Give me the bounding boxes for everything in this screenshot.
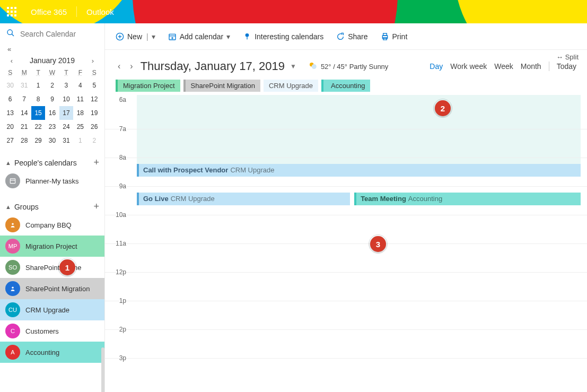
chevron-down-icon[interactable]: ▾ [226,32,230,41]
mini-day[interactable]: 1 [31,79,45,92]
mini-day[interactable]: 2 [45,79,59,92]
mini-day[interactable]: 28 [17,134,31,147]
add-group[interactable]: + [93,201,99,212]
mini-calendar: ‹ January 2019 › SMTWTFS3031123456789101… [0,53,104,147]
group-item[interactable]: CCustomers [0,320,104,342]
legend-pill[interactable]: CRM Upgrade [264,80,318,92]
mini-day[interactable]: 13 [3,106,17,120]
mini-prev-month[interactable]: ‹ [6,57,17,65]
mini-day[interactable]: 12 [87,92,101,106]
svg-point-22 [246,33,249,37]
mini-day[interactable]: 7 [17,92,31,106]
outlook-link[interactable]: Outlook [86,7,114,16]
date-title[interactable]: Thursday, January 17, 2019 [141,59,285,73]
view-workweek[interactable]: Work week [450,62,487,71]
group-item[interactable]: SOSharePoint Online [0,257,104,278]
chevron-down-icon[interactable]: ▾ [152,32,155,41]
mini-month-title[interactable]: January 2019 [30,56,75,65]
sidebar: « ‹ January 2019 › SMTWTFS30311234567891… [0,23,105,392]
legend-pill[interactable]: Accounting [321,80,370,92]
mini-day[interactable]: 24 [59,120,73,134]
svg-rect-23 [247,37,248,39]
new-button[interactable]: New | ▾ [116,32,155,41]
main-column: New | ▾ Add calendar ▾ Interesting calen… [105,23,587,392]
group-item[interactable]: AAccounting [0,342,104,363]
mini-day[interactable]: 26 [87,120,101,134]
group-item[interactable]: CUCRM Upgrade [0,299,104,320]
mini-day[interactable]: 20 [3,120,17,134]
mini-day[interactable]: 16 [45,106,59,120]
collapse-sidebar-icon[interactable]: « [0,44,104,53]
calendar-item[interactable]: Planner-My tasks [0,170,104,191]
prev-day[interactable]: ‹ [116,62,122,71]
interesting-calendars-button[interactable]: Interesting calendars [243,32,323,41]
chevron-up-icon[interactable]: ▲ [5,204,11,210]
mini-day[interactable]: 21 [17,120,31,134]
chevron-up-icon[interactable]: ▲ [5,160,11,166]
legend-pill[interactable]: Migration Project [116,80,180,92]
legend-pill[interactable]: SharePoint Migration [183,80,260,92]
share-button[interactable]: Share [336,32,367,41]
next-day[interactable]: › [128,62,135,71]
view-day[interactable]: Day [430,62,443,71]
mini-day[interactable]: 4 [73,79,87,92]
mini-day[interactable]: 19 [87,106,101,120]
group-item[interactable]: SharePoint Migration [0,278,104,299]
mini-day[interactable]: 2 [87,134,101,147]
weather[interactable]: 52° / 45° Partly Sunny [308,61,388,72]
mini-day[interactable]: 9 [45,92,59,106]
mini-day[interactable]: 27 [3,134,17,147]
mini-day[interactable]: 18 [73,106,87,120]
mini-day[interactable]: 31 [17,79,31,92]
app-launcher-icon[interactable] [0,0,23,23]
mini-day[interactable]: 25 [73,120,87,134]
search-input[interactable] [20,30,100,38]
add-people-calendar[interactable]: + [93,157,99,168]
hour-label: 2p [105,326,130,354]
mini-day[interactable]: 11 [73,92,87,106]
group-item[interactable]: Company BBQ [0,214,104,236]
calendar-event[interactable]: Team MeetingAccounting [354,193,581,205]
group-label: Customers [25,327,59,335]
calendar-badge-icon [5,173,20,188]
print-button[interactable]: Print [381,32,408,41]
add-calendar-button[interactable]: Add calendar ▾ [168,32,231,41]
mini-day[interactable]: 14 [17,106,31,120]
group-badge-icon: MP [5,239,20,254]
group-badge-icon: SO [5,260,20,275]
calendar-event[interactable]: Call with Prospect VendorCRM Upgrade [137,164,581,177]
chevron-down-icon[interactable]: ▼ [290,63,296,70]
group-item[interactable]: MPMigration Project [0,236,104,257]
mini-day[interactable]: 17 [59,106,73,120]
callout-2: 2 [435,100,451,116]
calendar-event[interactable]: Go LiveCRM Upgrade [137,193,350,205]
mini-day[interactable]: 3 [59,79,73,92]
mini-day[interactable]: 31 [59,134,73,147]
svg-point-28 [312,64,317,69]
view-today[interactable]: Today [557,62,576,71]
mini-day[interactable]: 23 [45,120,59,134]
mini-day[interactable]: 29 [31,134,45,147]
mini-day[interactable]: 30 [45,134,59,147]
mini-day[interactable]: 5 [87,79,101,92]
split-toggle[interactable]: ↔ Split [556,53,579,61]
search-box[interactable] [0,23,104,44]
view-month[interactable]: Month [521,62,541,71]
section-title-people[interactable]: People's calendars [14,159,77,167]
hour-label: 10a [105,211,130,239]
hour-label: 6a [105,96,130,125]
mini-day[interactable]: 30 [3,79,17,92]
mini-day[interactable]: 15 [31,106,45,120]
time-grid: 6a7a8a9a10a11a12p1p2p3p Call with Prospe… [105,95,587,392]
sidebar-scrollbar[interactable] [101,347,104,392]
mini-day[interactable]: 22 [31,120,45,134]
section-title-groups[interactable]: Groups [14,203,39,211]
mini-day[interactable]: 1 [73,134,87,147]
mini-next-month[interactable]: › [87,57,98,65]
mini-day[interactable]: 10 [59,92,73,106]
mini-day[interactable]: 6 [3,92,17,106]
mini-day[interactable]: 8 [31,92,45,106]
mini-dow: M [17,67,31,79]
office365-link[interactable]: Office 365 [31,7,67,16]
view-week[interactable]: Week [494,62,513,71]
